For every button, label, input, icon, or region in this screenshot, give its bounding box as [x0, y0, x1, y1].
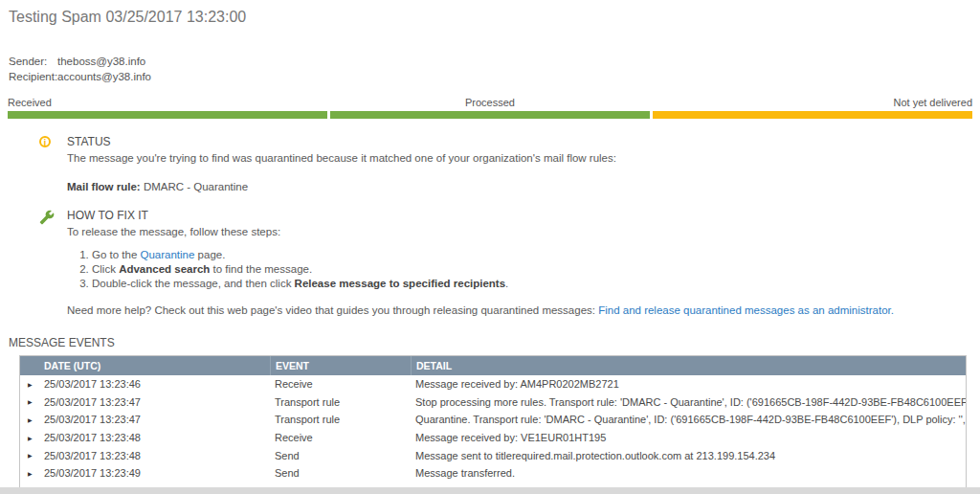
mail-flow-rule-label: Mail flow rule:	[67, 181, 141, 192]
page-title: Testing Spam 03/25/2017 13:23:00	[0, 0, 980, 26]
help-link[interactable]: Find and release quarantined messages as…	[598, 304, 894, 316]
how-to-fix-section: HOW TO FIX IT To release the message, fo…	[39, 209, 980, 291]
progress-bars	[8, 111, 972, 119]
event-row: ▶25/03/2017 13:23:46ReceiveMessage recei…	[20, 375, 966, 393]
how-to-fix-heading: HOW TO FIX IT	[67, 209, 508, 222]
recipient-row: Recipient:accounts@y38.info	[9, 69, 980, 84]
step-text: page.	[194, 249, 225, 260]
event-date: 25/03/2017 13:23:48	[44, 432, 141, 443]
event-type: Transport rule	[270, 414, 411, 425]
event-row: ▶25/03/2017 13:23:47Transport ruleQuaran…	[20, 411, 966, 429]
info-icon: i	[39, 136, 51, 147]
column-header-event: EVENT	[270, 356, 411, 375]
expand-arrow-icon[interactable]: ▶	[28, 435, 44, 441]
progress-labels: ReceivedProcessedNot yet delivered	[8, 97, 972, 108]
event-date: 25/03/2017 13:23:49	[44, 467, 141, 479]
events-table-body: ▶25/03/2017 13:23:46ReceiveMessage recei…	[20, 375, 966, 494]
event-row: ▶25/03/2017 13:23:48SendMessage sent to …	[20, 446, 966, 464]
sender-address: theboss@y38.info	[57, 56, 145, 67]
event-date-cell: ▶25/03/2017 13:23:47	[20, 396, 270, 408]
event-date-cell: ▶25/03/2017 13:23:48	[20, 432, 270, 443]
event-detail: Stop processing more rules. Transport ru…	[411, 396, 966, 408]
event-date: 25/03/2017 13:23:47	[44, 396, 141, 408]
event-detail: Message received by: VE1EUR01HT195	[411, 432, 966, 443]
step-text: Click	[92, 263, 119, 275]
progress-segment-processed	[330, 111, 650, 119]
message-events: MESSAGE EVENTS DATE (UTC) EVENT DETAIL ▶…	[0, 336, 980, 494]
event-detail: Quarantine. Transport rule: 'DMARC - Qua…	[411, 414, 966, 425]
expand-arrow-icon[interactable]: ▶	[28, 470, 44, 477]
status-description: The message you're trying to find was qu…	[67, 151, 616, 165]
message-meta: Sender:theboss@y38.info Recipient:accoun…	[9, 54, 980, 84]
event-date-cell: ▶25/03/2017 13:23:49	[20, 467, 270, 479]
event-type: Transport rule	[270, 396, 411, 408]
recipient-label: Recipient:	[9, 69, 57, 84]
column-header-date: DATE (UTC)	[20, 356, 270, 375]
fix-step: Double-click the message, and then click…	[92, 277, 508, 290]
event-date-cell: ▶25/03/2017 13:23:46	[20, 378, 270, 390]
progress-label-not-yet-delivered: Not yet delivered	[653, 97, 972, 108]
expand-arrow-icon[interactable]: ▶	[28, 381, 44, 388]
mail-flow-rule-value: DMARC - Quarantine	[144, 181, 248, 192]
event-detail: Message transferred.	[411, 467, 966, 479]
step-text: Go to the	[92, 249, 141, 260]
delivery-progress: ReceivedProcessedNot yet delivered	[8, 97, 972, 119]
progress-segment-received	[8, 111, 327, 119]
events-table-header: DATE (UTC) EVENT DETAIL	[20, 356, 966, 375]
column-header-detail: DETAIL	[411, 356, 966, 375]
expand-arrow-icon[interactable]: ▶	[28, 398, 44, 405]
step-text: Double-click the message, and then click	[92, 278, 295, 289]
status-heading: STATUS	[67, 135, 616, 148]
event-date: 25/03/2017 13:23:48	[44, 450, 141, 461]
event-row: ▶25/03/2017 13:23:49SendMessage transfer…	[20, 464, 966, 483]
quarantine-link[interactable]: Quarantine	[141, 249, 195, 260]
event-date-cell: ▶25/03/2017 13:23:48	[20, 450, 270, 461]
message-trace-page: Testing Spam 03/25/2017 13:23:00 Sender:…	[0, 0, 980, 494]
progress-label-received: Received	[8, 97, 327, 108]
event-row: ▶25/03/2017 13:23:47Transport ruleStop p…	[20, 393, 966, 412]
event-type: Receive	[270, 432, 411, 443]
message-events-heading: MESSAGE EVENTS	[9, 336, 980, 349]
expand-arrow-icon[interactable]: ▶	[28, 416, 44, 423]
progress-segment-not-yet-delivered	[653, 111, 972, 119]
fix-step: Go to the Quarantine page.	[92, 248, 508, 261]
event-type: Receive	[270, 378, 411, 390]
step-emphasis: Release message to specified recipients	[295, 278, 506, 289]
step-text: .	[505, 278, 508, 289]
recipient-address: accounts@y38.info	[57, 71, 151, 82]
progress-label-processed: Processed	[330, 97, 650, 108]
how-to-fix-intro: To release the message, follow these ste…	[67, 225, 508, 238]
event-row: ▶25/03/2017 13:23:48ReceiveMessage recei…	[20, 429, 966, 447]
window-bottom-edge	[0, 487, 980, 494]
fix-step: Click Advanced search to find the messag…	[92, 262, 508, 276]
event-date-cell: ▶25/03/2017 13:23:47	[20, 414, 270, 425]
event-date: 25/03/2017 13:23:47	[44, 414, 141, 425]
expand-arrow-icon[interactable]: ▶	[28, 452, 44, 459]
event-detail: Message received by: AM4PR0202MB2721	[411, 378, 966, 390]
events-table: DATE (UTC) EVENT DETAIL ▶25/03/2017 13:2…	[19, 355, 967, 494]
sender-row: Sender:theboss@y38.info	[9, 54, 980, 69]
event-date: 25/03/2017 13:23:46	[44, 378, 141, 390]
step-text: to find the message.	[210, 263, 312, 275]
help-line: Need more help? Check out this web page'…	[67, 304, 980, 316]
wrench-icon	[39, 210, 55, 225]
fix-steps-list: Go to the Quarantine page.Click Advanced…	[67, 248, 508, 290]
status-section: i STATUS The message you're trying to fi…	[39, 135, 980, 192]
mail-flow-rule: Mail flow rule: DMARC - Quarantine	[67, 181, 616, 192]
event-detail: Message sent to titlerequired.mail.prote…	[411, 450, 966, 461]
step-emphasis: Advanced search	[119, 263, 210, 275]
help-text: Need more help? Check out this web page'…	[67, 304, 598, 316]
sender-label: Sender:	[9, 54, 57, 69]
event-type: Send	[270, 467, 411, 479]
event-type: Send	[270, 450, 411, 461]
